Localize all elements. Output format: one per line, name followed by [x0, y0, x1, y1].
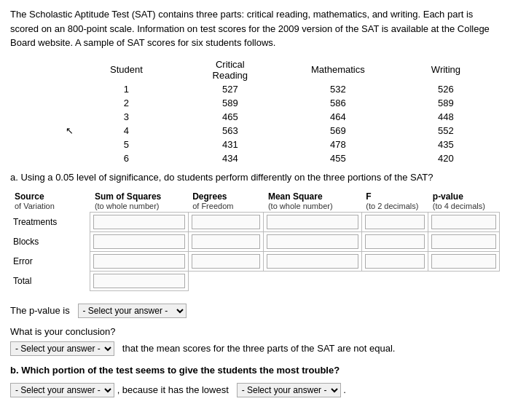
input-pval-error[interactable]: [431, 254, 496, 269]
anova-input-df-treatments[interactable]: [188, 212, 264, 231]
input-ss-error[interactable]: [93, 254, 184, 269]
anova-source-header: Source: [10, 190, 90, 202]
anova-input-df-error[interactable]: [188, 251, 264, 271]
anova-data-row: Total: [10, 271, 500, 290]
anova-input-pval-treatments[interactable]: [428, 212, 500, 231]
anova-input-ss-error[interactable]: [90, 251, 188, 271]
sat-cell-cr: 527: [176, 82, 284, 96]
sat-cell-cr: 465: [176, 110, 284, 124]
question-b-select1[interactable]: - Select your answer -Critical ReadingMa…: [10, 383, 114, 397]
anova-input-pval-blocks[interactable]: [428, 231, 500, 251]
input-ms-error[interactable]: [267, 254, 358, 269]
sat-cell-student: 2: [76, 96, 176, 110]
sat-cell-math: 569: [284, 124, 392, 138]
sat-cell-cr: 589: [176, 96, 284, 110]
sat-cell-cr: 431: [176, 138, 284, 151]
sat-cell-student: 5: [76, 138, 176, 151]
sat-cell-math: 586: [284, 96, 392, 110]
col-writing-header: Writing: [392, 58, 500, 82]
anova-pval-sub: (to 4 decimals): [428, 202, 500, 213]
anova-df-sub: of Freedom: [188, 202, 264, 213]
col-math-header: Mathematics: [284, 58, 392, 82]
input-pval-blocks[interactable]: [431, 234, 496, 249]
input-df-blocks[interactable]: [192, 234, 261, 249]
anova-f-sub: (to 2 decimals): [361, 202, 428, 213]
sat-cell-writing: 420: [392, 151, 500, 165]
sat-cell-writing: 435: [392, 138, 500, 151]
anova-input-f-treatments[interactable]: [361, 212, 428, 231]
question-b-row: b. Which portion of the test seems to gi…: [10, 362, 500, 399]
anova-f-header: F: [361, 190, 428, 202]
anova-input-ms-error[interactable]: [264, 251, 361, 271]
anova-input-pval-error[interactable]: [428, 251, 500, 271]
input-ss-total[interactable]: [93, 274, 184, 288]
anova-table: Source Sum of Squares Degrees Mean Squar…: [10, 190, 500, 291]
sat-cell-student: 3: [76, 110, 176, 124]
anova-source-treatments: Treatments: [10, 212, 90, 231]
conclusion-select[interactable]: - Select your answer -YesNo: [10, 341, 114, 356]
anova-data-row: Error: [10, 251, 500, 271]
sat-data-row: 6434455420: [10, 151, 500, 165]
input-ms-treatments[interactable]: [267, 215, 358, 229]
input-df-error[interactable]: [192, 254, 261, 269]
question-b-select2[interactable]: - Select your answer -meansumvariance: [237, 383, 341, 397]
sat-cell-writing: 526: [392, 82, 500, 96]
anova-pval-header: p-value: [428, 190, 500, 202]
sat-cell-cr: 434: [176, 151, 284, 165]
anova-input-ss-blocks[interactable]: [90, 231, 188, 251]
sat-cell-writing: 448: [392, 110, 500, 124]
anova-input-df-blocks[interactable]: [188, 231, 264, 251]
sat-cell-math: 455: [284, 151, 392, 165]
input-f-treatments[interactable]: [365, 215, 425, 229]
input-ms-blocks[interactable]: [267, 234, 358, 249]
sat-data-table: Student CriticalReading Mathematics Writ…: [10, 58, 500, 165]
anova-input-f-blocks[interactable]: [361, 231, 428, 251]
sat-cell-math: 532: [284, 82, 392, 96]
question-b-period: .: [343, 384, 346, 395]
anova-df-header: Degrees: [188, 190, 264, 202]
question-b-text: b. Which portion of the test seems to gi…: [10, 362, 500, 379]
anova-ms-sub: (to whole number): [264, 202, 361, 213]
anova-source-error: Error: [10, 251, 90, 271]
sat-cell-writing: 552: [392, 124, 500, 138]
pvalue-row: The p-value is - Select your answer -les…: [10, 302, 500, 319]
col-student-header: Student: [76, 58, 176, 82]
sat-cell-cr: 563: [176, 124, 284, 138]
anova-ss-header: Sum of Squares: [90, 190, 188, 202]
sat-data-row: 5431478435: [10, 138, 500, 151]
sat-data-row: 1527532526: [10, 82, 500, 96]
sat-data-row: 3465464448: [10, 110, 500, 124]
anova-header-row: Source Sum of Squares Degrees Mean Squar…: [10, 190, 500, 202]
anova-input-ss-total[interactable]: [90, 271, 188, 290]
sat-cell-student: 4: [76, 124, 176, 138]
input-df-treatments[interactable]: [192, 215, 261, 229]
sat-cell-math: 464: [284, 110, 392, 124]
anova-ms-header: Mean Square: [264, 190, 361, 202]
input-f-error[interactable]: [365, 254, 425, 269]
sat-cell-writing: 589: [392, 96, 500, 110]
anova-input-f-error[interactable]: [361, 251, 428, 271]
sat-cell-student: 1: [76, 82, 176, 96]
arrow-icon: ↖: [10, 124, 76, 138]
anova-source-blocks: Blocks: [10, 231, 90, 251]
conclusion-label: What is your conclusion?: [10, 326, 116, 337]
input-pval-treatments[interactable]: [431, 215, 496, 229]
col-cr-header: CriticalReading: [176, 58, 284, 82]
anova-ss-sub: (to whole number): [90, 202, 188, 213]
sat-data-row: ↖4563569552: [10, 124, 500, 138]
anova-input-ss-treatments[interactable]: [90, 212, 188, 231]
input-ss-blocks[interactable]: [93, 234, 184, 249]
conclusion-suffix: that the mean scores for the three parts…: [122, 343, 396, 354]
input-ss-treatments[interactable]: [93, 215, 184, 229]
anova-data-row: Blocks: [10, 231, 500, 251]
conclusion-row: What is your conclusion? - Select your a…: [10, 323, 500, 357]
intro-text: The Scholastic Aptitude Test (SAT) conta…: [10, 7, 500, 50]
anova-input-ms-treatments[interactable]: [264, 212, 361, 231]
sat-cell-math: 478: [284, 138, 392, 151]
sat-data-row: 2589586589: [10, 96, 500, 110]
pvalue-select[interactable]: - Select your answer -less than 0.01betw…: [78, 304, 187, 318]
sat-cell-student: 6: [76, 151, 176, 165]
question-a: a. Using a 0.05 level of significance, d…: [10, 171, 500, 184]
anova-input-ms-blocks[interactable]: [264, 231, 361, 251]
input-f-blocks[interactable]: [365, 234, 425, 249]
